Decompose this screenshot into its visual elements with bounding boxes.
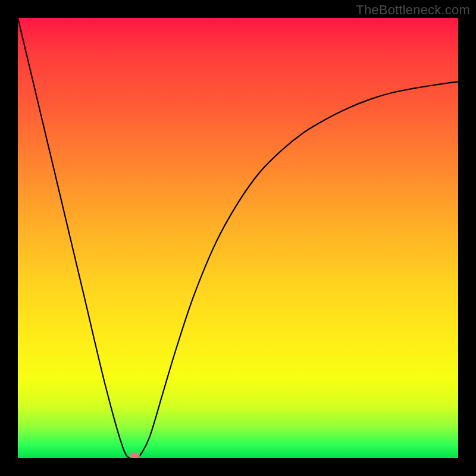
chart-container: TheBottleneck.com — [0, 0, 476, 476]
watermark-text: TheBottleneck.com — [356, 2, 470, 18]
bottleneck-curve — [18, 18, 458, 458]
curve-svg — [18, 18, 458, 458]
plot-area — [18, 18, 458, 458]
minimum-marker — [129, 452, 140, 458]
